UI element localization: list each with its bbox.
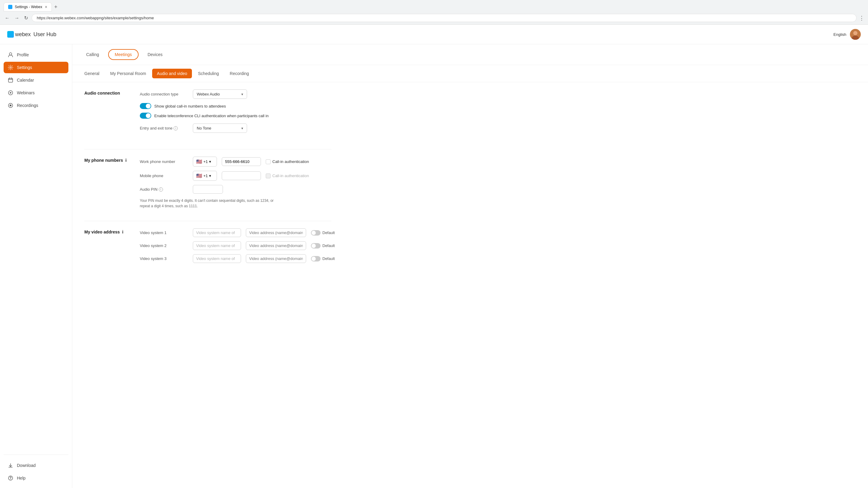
entry-exit-tone-dropdown[interactable]: No Tone ▾ bbox=[193, 123, 247, 133]
person-icon bbox=[8, 52, 13, 58]
video-system-2-radio[interactable] bbox=[311, 243, 320, 248]
reload-button[interactable]: ↻ bbox=[23, 14, 29, 22]
question-icon bbox=[8, 475, 13, 481]
calendar-icon bbox=[8, 78, 13, 83]
video-system-3-name-input[interactable] bbox=[193, 254, 241, 263]
mobile-call-in-auth-row: Call-in authentication bbox=[266, 174, 309, 178]
browser-navigation: ← → ↻ https://example.webex.com/webappng… bbox=[4, 14, 864, 22]
sidebar-item-help[interactable]: Help bbox=[4, 472, 68, 484]
video-system-3-label: Video system 3 bbox=[140, 256, 188, 261]
video-system-1-row: Video system 1 Default bbox=[140, 228, 335, 237]
tab-meetings[interactable]: Meetings bbox=[108, 49, 138, 60]
video-system-1-address-input[interactable] bbox=[246, 228, 306, 237]
show-call-in-numbers-toggle[interactable] bbox=[140, 103, 151, 109]
video-system-1-radio[interactable] bbox=[311, 230, 320, 236]
work-call-in-auth-row: Call-in authentication bbox=[266, 159, 309, 164]
forward-button[interactable]: → bbox=[13, 14, 21, 22]
tab-favicon bbox=[8, 5, 12, 9]
back-button[interactable]: ← bbox=[4, 14, 11, 22]
video-system-1-default-toggle[interactable]: Default bbox=[311, 230, 335, 236]
sidebar-item-settings[interactable]: Settings bbox=[4, 62, 68, 73]
new-tab-button[interactable]: + bbox=[52, 3, 60, 11]
audio-pin-label: Audio PIN i bbox=[140, 187, 188, 191]
chevron-down-icon: ▾ bbox=[241, 92, 243, 96]
svg-point-9 bbox=[10, 104, 11, 106]
entry-exit-info-icon[interactable]: i bbox=[174, 126, 178, 130]
svg-point-11 bbox=[10, 479, 11, 480]
work-phone-country-select[interactable]: 🇺🇸 +1 ▾ bbox=[193, 157, 217, 166]
sidebar-item-calendar[interactable]: Calendar bbox=[4, 74, 68, 86]
video-system-3-address-input[interactable] bbox=[246, 254, 306, 263]
subtab-personal-room[interactable]: My Personal Room bbox=[105, 69, 151, 78]
video-system-1-name-input[interactable] bbox=[193, 228, 241, 237]
subtab-scheduling[interactable]: Scheduling bbox=[193, 69, 223, 78]
mobile-call-in-auth-checkbox[interactable] bbox=[266, 174, 271, 178]
video-system-2-default-toggle[interactable]: Default bbox=[311, 243, 335, 248]
language-selector[interactable]: English bbox=[833, 32, 846, 37]
settings-content: Audio connection Audio connection type W… bbox=[72, 82, 343, 286]
header-right: English bbox=[833, 29, 861, 40]
chevron-down-icon: ▾ bbox=[241, 126, 243, 130]
video-address-section: My video address i Video system 1 bbox=[84, 228, 332, 267]
mobile-phone-country-select[interactable]: 🇺🇸 +1 ▾ bbox=[193, 171, 217, 181]
chevron-down-icon: ▾ bbox=[209, 159, 211, 164]
browser-menu-button[interactable]: ⋮ bbox=[859, 15, 864, 21]
top-navigation-tabs: Calling Meetings Devices bbox=[72, 44, 868, 65]
video-system-1-label: Video system 1 bbox=[140, 231, 188, 235]
video-address-info-icon[interactable]: i bbox=[122, 230, 123, 234]
sidebar-bottom: Download Help bbox=[4, 455, 68, 484]
video-address-row: My video address i Video system 1 bbox=[84, 228, 332, 267]
webex-logo-icon bbox=[7, 31, 14, 38]
phone-numbers-body: Work phone number 🇺🇸 +1 ▾ Call-in authe bbox=[140, 157, 332, 209]
sidebar-item-recordings[interactable]: Recordings bbox=[4, 100, 68, 111]
subtab-general[interactable]: General bbox=[80, 69, 104, 78]
play-icon bbox=[8, 90, 13, 95]
content-area: Calling Meetings Devices General My Pers… bbox=[72, 44, 868, 488]
sidebar-item-download[interactable]: Download bbox=[4, 460, 68, 471]
entry-exit-tone-value: No Tone bbox=[197, 126, 211, 130]
main-layout: Profile Settings Calen bbox=[0, 44, 868, 488]
work-phone-flag: 🇺🇸 bbox=[196, 159, 202, 164]
pin-hint-text: Your PIN must be exactly 4 digits. It ca… bbox=[140, 198, 284, 209]
audio-connection-label: Audio connection bbox=[84, 89, 132, 137]
webex-logo-text: webex bbox=[15, 31, 31, 38]
video-system-3-radio[interactable] bbox=[311, 256, 320, 262]
record-icon bbox=[8, 103, 13, 108]
user-avatar[interactable] bbox=[850, 29, 861, 40]
video-system-2-name-input[interactable] bbox=[193, 241, 241, 250]
sidebar-item-profile[interactable]: Profile bbox=[4, 49, 68, 61]
svg-point-3 bbox=[9, 53, 12, 55]
audio-connection-body: Audio connection type Webex Audio ▾ Show… bbox=[140, 89, 332, 137]
video-system-3-default-toggle[interactable]: Default bbox=[311, 256, 335, 262]
tab-devices[interactable]: Devices bbox=[141, 49, 169, 60]
app-header: webex User Hub English bbox=[0, 25, 868, 44]
mobile-phone-row: Mobile phone 🇺🇸 +1 ▾ Call-in authentica bbox=[140, 171, 332, 181]
work-call-in-auth-checkbox[interactable] bbox=[266, 159, 271, 164]
audio-pin-input[interactable] bbox=[193, 185, 223, 194]
phone-numbers-info-icon[interactable]: i bbox=[125, 158, 127, 163]
tab-calling[interactable]: Calling bbox=[80, 49, 106, 60]
subtab-audio-video[interactable]: Audio and video bbox=[152, 69, 192, 78]
show-call-in-numbers-row: Show global call-in numbers to attendees bbox=[140, 103, 332, 109]
video-system-2-address-input[interactable] bbox=[246, 241, 306, 250]
work-call-in-auth-label: Call-in authentication bbox=[272, 159, 309, 164]
video-system-3-row: Video system 3 Default bbox=[140, 254, 335, 263]
address-bar[interactable]: https://example.webex.com/webappng/sites… bbox=[32, 14, 857, 22]
connection-type-value: Webex Audio bbox=[197, 92, 220, 96]
audio-pin-info-icon[interactable]: i bbox=[159, 187, 163, 191]
connection-type-dropdown[interactable]: Webex Audio ▾ bbox=[193, 89, 247, 99]
video-address-section-label: My video address i bbox=[84, 228, 132, 267]
work-phone-row: Work phone number 🇺🇸 +1 ▾ Call-in authe bbox=[140, 157, 332, 166]
sidebar-item-webinars[interactable]: Webinars bbox=[4, 87, 68, 98]
subtab-recording[interactable]: Recording bbox=[225, 69, 254, 78]
active-tab[interactable]: Settings - Webex × bbox=[4, 2, 52, 11]
divider-1 bbox=[84, 149, 332, 149]
svg-marker-7 bbox=[10, 92, 12, 94]
tab-close-button[interactable]: × bbox=[45, 4, 47, 9]
mobile-phone-input[interactable] bbox=[222, 172, 261, 180]
audio-connection-section: Audio connection Audio connection type W… bbox=[84, 89, 332, 137]
sidebar-recordings-label: Recordings bbox=[17, 103, 38, 108]
svg-point-1 bbox=[853, 31, 858, 35]
work-phone-input[interactable] bbox=[222, 157, 261, 166]
enable-cli-auth-toggle[interactable] bbox=[140, 113, 151, 119]
